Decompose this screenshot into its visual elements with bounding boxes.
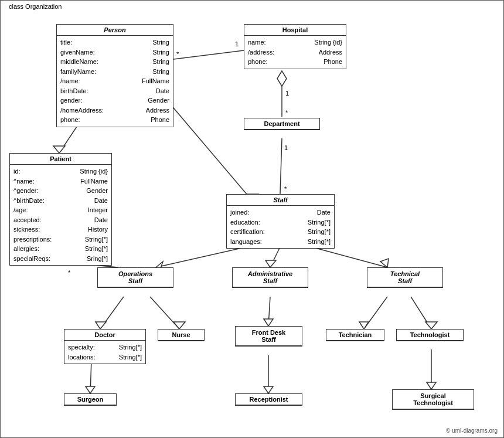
staff-body: joined:Date education:String[*] certific… — [227, 206, 334, 248]
surgeon-header: Surgeon — [64, 394, 116, 405]
receptionist-class: Receptionist — [235, 393, 302, 406]
copyright: © uml-diagrams.org — [446, 427, 498, 434]
operations-staff-class: OperationsStaff — [97, 267, 173, 288]
svg-line-25 — [150, 297, 179, 329]
svg-text:*: * — [285, 109, 288, 116]
department-header: Department — [244, 118, 319, 130]
svg-marker-4 — [277, 71, 287, 86]
svg-marker-34 — [86, 386, 95, 393]
svg-line-0 — [173, 50, 244, 59]
svg-text:*: * — [68, 269, 71, 276]
surgical-technologist-class: SurgicalTechnologist — [392, 389, 474, 410]
nurse-header: Nurse — [158, 330, 204, 341]
administrative-staff-class: AdministrativeStaff — [232, 267, 308, 288]
svg-marker-11 — [53, 146, 65, 153]
doctor-header: Doctor — [64, 330, 145, 341]
patient-class: Patient id:String {id} ^name:FullName ^g… — [9, 153, 112, 266]
svg-text:1: 1 — [235, 40, 239, 47]
patient-body: id:String {id} ^name:FullName ^gender:Ge… — [10, 165, 111, 265]
surgical-technologist-header: SurgicalTechnologist — [393, 390, 474, 409]
svg-line-31 — [411, 297, 431, 329]
patient-header: Patient — [10, 154, 111, 165]
svg-text:*: * — [284, 185, 287, 192]
operations-staff-header: OperationsStaff — [98, 268, 173, 287]
svg-line-33 — [90, 359, 91, 393]
svg-line-29 — [364, 297, 387, 329]
surgeon-class: Surgeon — [64, 393, 117, 406]
svg-text:*: * — [176, 50, 179, 57]
administrative-staff-header: AdministrativeStaff — [233, 268, 308, 287]
technician-class: Technician — [326, 329, 384, 341]
staff-class: Staff joined:Date education:String[*] ce… — [226, 194, 335, 249]
hospital-class: Hospital name:String {id} /address:Addre… — [244, 24, 346, 69]
svg-marker-36 — [264, 386, 273, 393]
svg-marker-24 — [96, 322, 106, 329]
svg-line-27 — [268, 297, 270, 326]
svg-line-23 — [100, 297, 124, 329]
technical-staff-header: TechnicalStaff — [367, 268, 442, 287]
technician-header: Technician — [326, 330, 384, 341]
doctor-class: Doctor specialty:String[*] locations:Str… — [64, 329, 146, 364]
person-header: Person — [57, 25, 173, 36]
svg-line-19 — [270, 247, 280, 267]
receptionist-header: Receptionist — [236, 394, 302, 405]
svg-marker-28 — [264, 319, 273, 326]
svg-marker-30 — [359, 322, 369, 329]
svg-marker-20 — [265, 260, 276, 267]
front-desk-staff-header: Front DeskStaff — [236, 327, 302, 346]
diagram-container: class Organization * 1 1 * 1 * * * — [0, 0, 504, 438]
technical-staff-class: TechnicalStaff — [367, 267, 443, 288]
svg-marker-38 — [427, 382, 436, 389]
person-class: Person title:String givenName:String mid… — [56, 24, 173, 127]
front-desk-staff-class: Front DeskStaff — [235, 326, 302, 347]
doctor-body: specialty:String[*] locations:String[*] — [64, 341, 145, 364]
svg-line-21 — [311, 247, 387, 267]
staff-header: Staff — [227, 195, 334, 206]
svg-text:1: 1 — [284, 144, 288, 151]
svg-line-7 — [280, 138, 282, 194]
svg-marker-26 — [173, 322, 185, 329]
person-body: title:String givenName:String middleName… — [57, 36, 173, 127]
diagram-title: class Organization — [6, 3, 64, 10]
svg-line-17 — [156, 247, 247, 267]
department-class: Department — [244, 118, 320, 130]
nurse-class: Nurse — [158, 329, 205, 341]
technologist-class: Technologist — [396, 329, 464, 341]
hospital-body: name:String {id} /address:Address phone:… — [244, 36, 346, 69]
svg-marker-22 — [380, 259, 389, 267]
svg-text:1: 1 — [285, 90, 289, 97]
hospital-header: Hospital — [244, 25, 346, 36]
svg-marker-32 — [425, 322, 437, 329]
svg-line-10 — [59, 127, 77, 153]
technologist-header: Technologist — [397, 330, 463, 341]
